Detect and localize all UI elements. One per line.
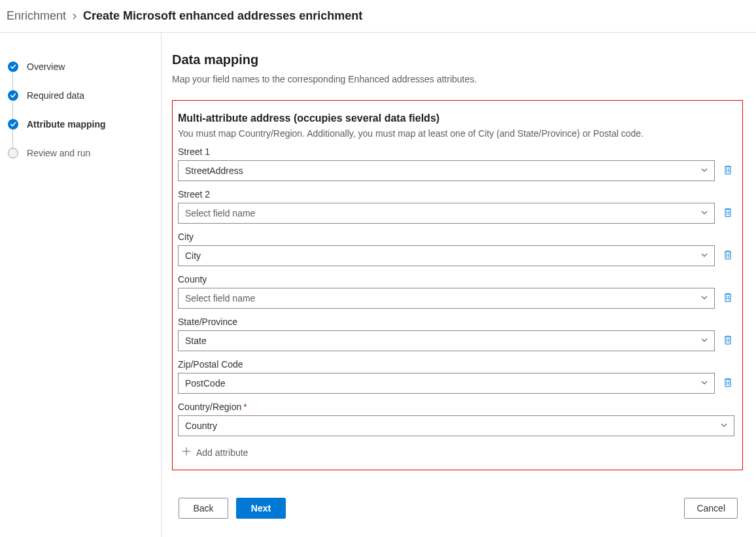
chevron-right-icon xyxy=(71,11,78,22)
trash-icon xyxy=(723,250,733,262)
circle-icon xyxy=(8,148,18,158)
field-label: Zip/Postal Code xyxy=(178,359,734,370)
back-button[interactable]: Back xyxy=(179,498,228,519)
wizard-step-label: Attribute mapping xyxy=(27,119,106,130)
breadcrumb-parent[interactable]: Enrichment xyxy=(7,9,66,23)
field-select[interactable]: Select field name xyxy=(178,203,715,224)
trash-icon xyxy=(723,292,733,305)
delete-field-button[interactable] xyxy=(721,377,734,390)
page-title: Data mapping xyxy=(172,52,743,67)
field-select[interactable]: Select field name xyxy=(178,288,715,309)
wizard-step-label: Required data xyxy=(27,90,84,101)
breadcrumb: Enrichment Create Microsoft enhanced add… xyxy=(0,0,756,33)
add-attribute-button[interactable]: Add attribute xyxy=(178,444,252,460)
field-label: Country/Region* xyxy=(178,402,734,412)
main-panel: Data mapping Map your field names to the… xyxy=(162,33,756,537)
field-label: State/Province xyxy=(178,317,734,327)
wizard-step[interactable]: Overview xyxy=(4,52,161,81)
delete-field-button[interactable] xyxy=(721,164,734,177)
page-subtitle: Map your field names to the correspondin… xyxy=(172,74,743,84)
field-select[interactable]: Country xyxy=(178,415,734,436)
delete-field-button[interactable] xyxy=(721,249,734,262)
wizard-step-label: Overview xyxy=(27,61,65,72)
field-select[interactable]: StreetAddress xyxy=(178,160,715,181)
wizard-steps-sidebar: OverviewRequired dataAttribute mappingRe… xyxy=(0,33,162,537)
field-label: County xyxy=(178,274,734,285)
delete-field-button[interactable] xyxy=(721,334,734,347)
wizard-step[interactable]: Required data xyxy=(4,81,161,110)
trash-icon xyxy=(723,335,733,347)
checkmark-icon xyxy=(8,90,18,101)
plus-icon xyxy=(182,447,191,458)
wizard-step: Review and run xyxy=(4,139,161,167)
field-label: Street 2 xyxy=(178,189,734,199)
cancel-button[interactable]: Cancel xyxy=(684,498,738,519)
trash-icon xyxy=(723,207,733,220)
field-group: CityCity xyxy=(178,232,734,266)
box-title: Multi-attribute address (occupies severa… xyxy=(178,113,734,124)
field-select[interactable]: State xyxy=(178,330,715,351)
wizard-step[interactable]: Attribute mapping xyxy=(4,110,161,139)
required-asterisk: * xyxy=(243,402,247,412)
field-group: CountySelect field name xyxy=(178,274,734,309)
field-group: Street 2Select field name xyxy=(178,189,734,224)
multi-attribute-address-box: Multi-attribute address (occupies severa… xyxy=(172,100,743,470)
box-description: You must map Country/Region. Additionall… xyxy=(178,128,734,139)
breadcrumb-current: Create Microsoft enhanced addresses enri… xyxy=(83,9,362,23)
delete-field-button[interactable] xyxy=(721,207,734,220)
wizard-step-label: Review and run xyxy=(27,148,90,158)
wizard-footer: Back Next Cancel xyxy=(172,494,743,523)
trash-icon xyxy=(723,165,733,177)
field-label: City xyxy=(178,232,734,242)
next-button[interactable]: Next xyxy=(236,498,286,519)
field-group: State/ProvinceState xyxy=(178,317,734,351)
delete-field-button[interactable] xyxy=(721,292,734,305)
checkmark-icon xyxy=(8,61,18,72)
add-attribute-label: Add attribute xyxy=(196,447,248,458)
field-group: Street 1StreetAddress xyxy=(178,147,734,181)
trash-icon xyxy=(723,377,733,390)
field-label: Street 1 xyxy=(178,147,734,157)
field-group: Country/Region*Country xyxy=(178,402,734,436)
checkmark-icon xyxy=(8,119,18,130)
field-group: Zip/Postal CodePostCode xyxy=(178,359,734,394)
field-select[interactable]: City xyxy=(178,245,715,266)
field-select[interactable]: PostCode xyxy=(178,373,715,394)
